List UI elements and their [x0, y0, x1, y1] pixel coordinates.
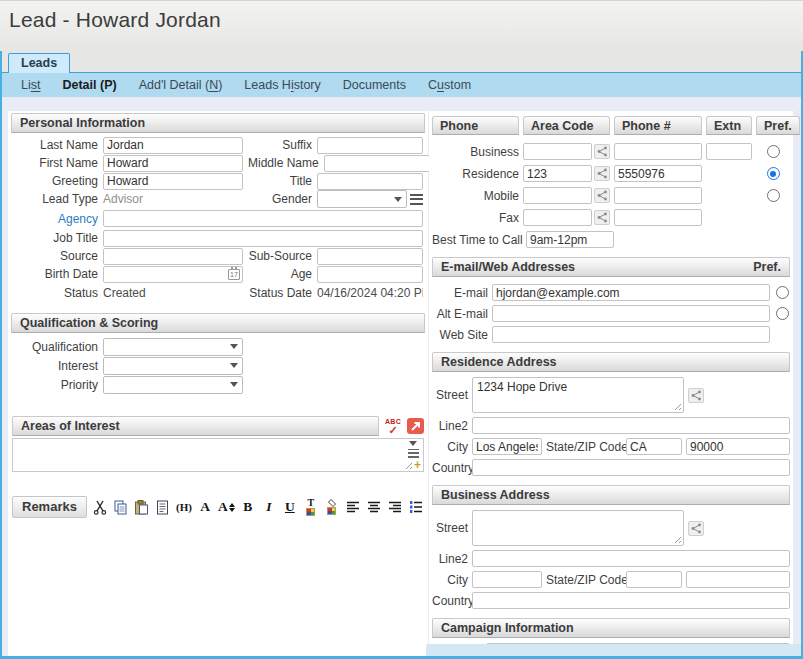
sub-source-input[interactable] — [317, 248, 423, 265]
text-color-icon[interactable]: T — [303, 498, 319, 516]
qualification-select[interactable] — [103, 338, 243, 356]
business-city-input[interactable] — [472, 571, 542, 588]
calendar-icon[interactable]: 17 — [228, 269, 240, 280]
line2-label: Line2 — [432, 419, 468, 433]
underline-icon[interactable]: U — [282, 498, 298, 516]
menu-item-documents[interactable]: Documents — [332, 78, 417, 92]
source-input[interactable] — [103, 248, 243, 265]
fax-phone-input[interactable] — [614, 209, 702, 226]
cut-icon[interactable] — [92, 498, 108, 516]
residence-area-code-input[interactable] — [523, 165, 592, 182]
business-pref-radio[interactable] — [767, 145, 780, 158]
suffix-input[interactable] — [317, 137, 423, 154]
middle-name-input[interactable] — [324, 155, 430, 172]
remarks-editor[interactable] — [11, 518, 425, 646]
paste-icon[interactable] — [134, 498, 150, 516]
menu-item-custom[interactable]: Custom — [417, 78, 482, 92]
business-zip-input[interactable] — [686, 571, 790, 588]
best-time-label: Best Time to Call — [432, 233, 522, 247]
areas-of-interest-input[interactable] — [13, 439, 403, 471]
business-country-input[interactable] — [472, 592, 790, 609]
gender-list-picker-icon[interactable] — [410, 194, 423, 205]
best-time-input[interactable] — [526, 231, 614, 248]
dial-icon[interactable] — [594, 210, 610, 225]
email-input[interactable] — [492, 284, 770, 301]
last-name-input[interactable] — [103, 137, 243, 154]
greeting-input[interactable] — [103, 173, 243, 190]
spellcheck-icon[interactable]: ABC✓ — [383, 418, 403, 434]
list-picker-icon[interactable] — [408, 449, 419, 458]
chevron-down-icon — [230, 363, 238, 368]
business-state-input[interactable] — [626, 571, 682, 588]
mobile-area-code-input[interactable] — [523, 187, 592, 204]
html-source-icon[interactable]: (H) — [176, 498, 192, 516]
row-qualification: Qualification — [11, 337, 425, 356]
resize-handle-icon[interactable] — [405, 462, 413, 470]
last-name-label: Last Name — [13, 138, 98, 152]
address-lookup-icon[interactable] — [688, 521, 704, 536]
menu-item-detail[interactable]: Detail (P) — [51, 78, 127, 92]
residence-phone-input[interactable] — [614, 165, 702, 182]
plain-text-icon[interactable] — [155, 498, 171, 516]
residence-city-input[interactable] — [472, 438, 542, 455]
menu-item-list[interactable]: List — [10, 78, 51, 92]
priority-select[interactable] — [103, 376, 243, 394]
residence-zip-input[interactable] — [686, 438, 790, 455]
agency-input[interactable] — [103, 210, 423, 227]
page-title: Lead - Howard Jordan — [9, 8, 803, 32]
row-status: Status Created Status Date 04/16/2024 04… — [11, 283, 425, 303]
business-extn-input[interactable] — [706, 143, 752, 160]
align-left-icon[interactable] — [345, 498, 361, 516]
align-center-icon[interactable] — [366, 498, 382, 516]
business-street-input[interactable] — [472, 510, 684, 546]
interest-select[interactable] — [103, 357, 243, 375]
business-area-code-input[interactable] — [523, 143, 592, 160]
chevron-down-icon[interactable] — [409, 441, 417, 446]
dial-icon[interactable] — [594, 144, 610, 159]
bold-icon[interactable]: B — [240, 498, 256, 516]
residence-street-input[interactable]: 1234 Hope Drive — [472, 377, 684, 413]
dial-icon[interactable] — [594, 166, 610, 181]
popout-expand-icon[interactable] — [407, 418, 424, 434]
gender-select[interactable] — [317, 190, 407, 208]
italic-icon[interactable]: I — [261, 498, 277, 516]
business-phone-input[interactable] — [614, 143, 702, 160]
align-right-icon[interactable] — [387, 498, 403, 516]
age-input[interactable] — [317, 266, 423, 283]
country-label: Country — [432, 594, 468, 608]
gender-label: Gender — [248, 192, 312, 206]
mobile-pref-radio[interactable] — [767, 189, 780, 202]
add-icon[interactable]: + — [414, 460, 421, 470]
alt-email-pref-radio[interactable] — [776, 307, 789, 320]
title-field-input[interactable] — [317, 173, 423, 190]
numbered-list-icon[interactable] — [408, 498, 424, 516]
main-frame: Leads List Detail (P) Add'l Detail (N) L… — [0, 51, 803, 659]
residence-line2-input[interactable] — [472, 417, 790, 434]
copy-icon[interactable] — [113, 498, 129, 516]
menu-item-leads-history[interactable]: Leads History — [233, 78, 331, 92]
highlight-color-icon[interactable] — [324, 498, 340, 516]
dial-icon[interactable] — [594, 188, 610, 203]
residence-pref-radio[interactable] — [767, 167, 780, 180]
menu-bar: List Detail (P) Add'l Detail (N) Leads H… — [2, 72, 801, 97]
agency-link[interactable]: Agency — [13, 212, 98, 226]
business-line2-input[interactable] — [472, 550, 790, 567]
web-site-input[interactable] — [492, 326, 770, 343]
first-name-input[interactable] — [103, 155, 243, 172]
right-panel: Phone Area Code Phone # Extn Pref. Busin… — [429, 111, 793, 646]
tab-leads[interactable]: Leads — [8, 53, 70, 73]
residence-state-input[interactable] — [626, 438, 682, 455]
city-label: City — [432, 573, 468, 587]
alt-email-input[interactable] — [492, 305, 770, 322]
email-pref-radio[interactable] — [776, 286, 789, 299]
font-size-icon[interactable]: A — [218, 498, 235, 516]
job-title-input[interactable] — [103, 230, 423, 247]
menu-item-addl-detail[interactable]: Add'l Detail (N) — [128, 78, 234, 92]
fax-area-code-input[interactable] — [523, 209, 592, 226]
mobile-phone-input[interactable] — [614, 187, 702, 204]
font-icon[interactable]: A — [197, 498, 213, 516]
residence-country-input[interactable] — [472, 459, 790, 476]
birth-date-input[interactable] — [103, 266, 243, 283]
best-time-row: Best Time to Call — [432, 231, 790, 248]
address-lookup-icon[interactable] — [688, 388, 704, 403]
